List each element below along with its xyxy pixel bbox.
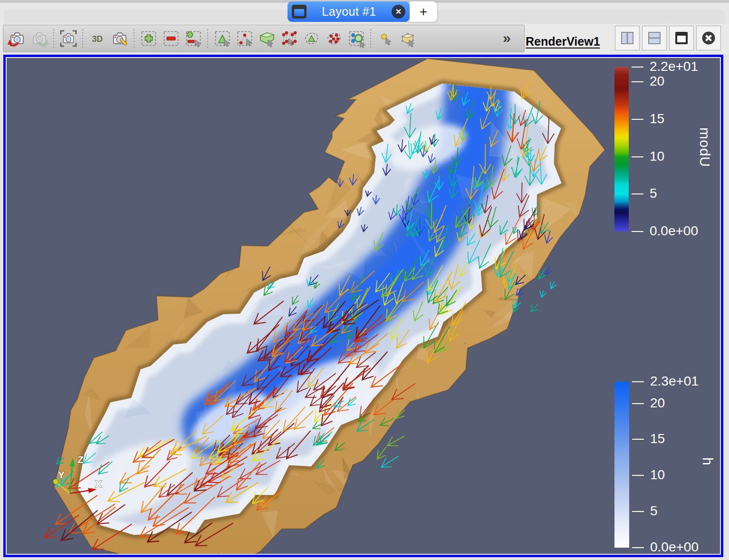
render-viewport[interactable]: XYZ 2.2e+0120151050.0e+00modU2.3e+012015… [6,57,721,555]
split-view-horizontal-icon [618,29,637,48]
camera-redo-button[interactable] [28,28,50,50]
main-toolbar: 3D » RenderView1 [0,24,729,54]
select-cells-through-button[interactable] [256,28,278,50]
scene-3d-river-simulation[interactable]: XYZ [7,58,720,554]
selection-toggle-button[interactable] [182,28,204,50]
toolbar-separator [53,29,54,48]
select-cells-on-surface-button[interactable] [211,28,233,50]
close-tab-icon[interactable]: ✕ [392,5,405,19]
selection-toggle-icon [184,29,203,48]
camera-edit-button[interactable] [108,28,131,50]
hover-cells-tool-icon [398,29,417,48]
colorbar-title-modU: modU [697,127,713,167]
colorbar-title-h: h [700,457,716,466]
colorbar-tick [632,156,643,157]
hover-cells-tool-button[interactable] [396,28,419,50]
svg-text:3D: 3D [92,34,102,44]
selection-subtract-icon [162,29,181,48]
colorbar-tick-label: 2.2e+01 [650,59,698,74]
colorbar-tick [632,381,644,382]
colorbar-tick-label: 15 [650,111,664,126]
toolbar-separator [207,29,208,48]
camera-capture-icon [59,29,78,48]
interactive-select-cells-button[interactable] [345,28,367,50]
toolbar-separator [82,29,83,48]
interactive-select-cells-icon [347,29,366,48]
svg-text:X: X [95,478,102,489]
select-points-through-icon [280,29,299,48]
colorbar-tick [632,81,643,82]
layout-window-icon [292,5,307,19]
select-points-on-surface-button[interactable] [233,28,256,50]
render-view-title: RenderView1 [526,35,600,48]
svg-text:Z: Z [77,454,84,465]
select-points-on-surface-icon [235,29,254,48]
colorbar-tick [632,67,643,68]
colorbar-h[interactable] [614,382,629,548]
colorbar-tick [632,403,644,404]
select-cells-polygon-button[interactable] [300,28,323,50]
split-view-vertical-button[interactable] [642,26,667,50]
camera-redo-icon [30,29,49,48]
layout-tab-bar: Layout #1 ✕ + [0,2,729,24]
add-tab-label: + [420,4,427,19]
select-cells-on-surface-icon [213,29,232,48]
colorbar-tick [632,511,644,512]
split-view-horizontal-button[interactable] [615,26,640,50]
select-cells-polygon-icon [302,29,321,48]
selection-add-button[interactable] [137,28,160,50]
colorbar-tick-label: 20 [650,396,665,411]
view-control-buttons [615,26,721,50]
toggle-3d-icon: 3D [88,29,107,48]
tab-layout-1[interactable]: Layout #1 ✕ [288,1,410,22]
colorbar-modU[interactable] [614,67,629,232]
maximize-view-icon [672,29,691,48]
toolbar-overflow-button[interactable]: » [503,30,511,46]
select-points-polygon-icon [325,29,344,48]
colorbar-tick-label: 15 [650,432,665,447]
colorbar-tick [632,193,643,194]
hover-points-tool-icon [376,29,395,48]
camera-capture-button[interactable] [57,28,79,50]
colorbar-tick-label: 2.3e+01 [650,374,699,389]
colorbar-tick-label: 0.0e+00 [650,540,699,555]
colorbar-tick [632,439,644,440]
camera-undo-button[interactable] [6,28,28,50]
camera-undo-icon [8,29,27,48]
select-points-polygon-button[interactable] [323,28,345,50]
close-view-button[interactable] [696,26,721,50]
select-cells-through-icon [258,29,277,48]
add-tab-button[interactable]: + [410,1,437,22]
select-points-through-button[interactable] [278,28,300,50]
tab-title: Layout #1 [307,5,392,19]
colorbar-tick-label: 5 [650,186,657,202]
camera-edit-icon [110,29,129,48]
hover-points-tool-button[interactable] [374,28,396,50]
selection-camera-toolbar: 3D [3,25,525,52]
toolbar-separator [370,29,371,48]
svg-text:Y: Y [58,469,65,480]
colorbar-tick-label: 20 [650,74,664,89]
colorbar-tick [632,119,643,120]
selection-add-icon [139,29,158,48]
colorbar-tick-label: 0.0e+00 [650,223,698,239]
toolbar-separator [134,29,134,48]
colorbar-tick [632,475,644,476]
toggle-3d-button[interactable]: 3D [86,28,108,50]
close-view-icon [699,29,718,48]
paraview-window: { "tab_bar": { "tabs": [ { "title": "Lay… [0,0,729,560]
split-view-vertical-icon [645,29,664,48]
render-view-frame: XYZ 2.2e+0120151050.0e+00modU2.3e+012015… [3,55,723,557]
maximize-view-button[interactable] [669,26,694,50]
colorbar-tick [632,231,643,232]
selection-subtract-button[interactable] [160,28,182,50]
colorbar-tick-label: 5 [650,503,658,519]
colorbar-tick-label: 10 [650,149,664,164]
colorbar-tick-label: 10 [650,468,665,483]
colorbar-tick [632,547,644,548]
